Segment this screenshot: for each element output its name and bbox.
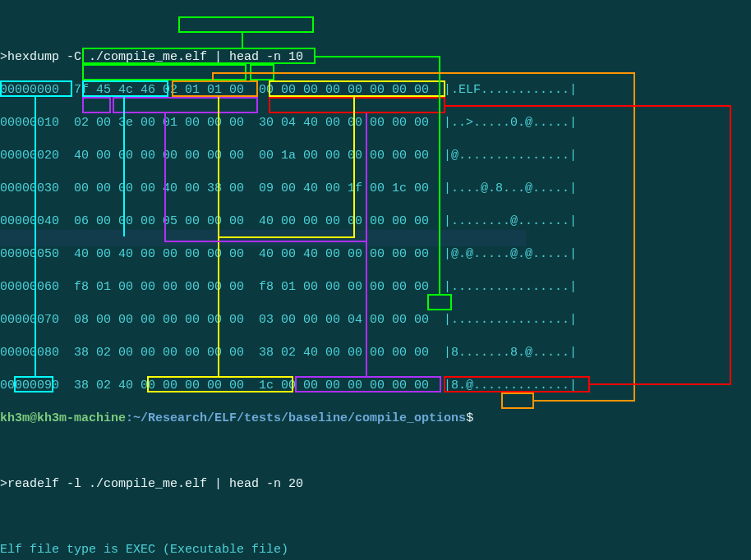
hexdump-row: 00000070 08 00 00 00 00 00 00 00 03 00 0… — [0, 312, 751, 328]
hexdump-row: 00000020 40 00 00 00 00 00 00 00 00 1a 0… — [0, 148, 751, 164]
elf-filetype: Elf file type is EXEC (Executable file) — [0, 542, 751, 558]
prompt-line[interactable]: kh3m@kh3m-machine:~/Research/ELF/tests/b… — [0, 411, 751, 427]
hexdump-row: 00000000 7f 45 4c 46 02 01 01 00 00 00 0… — [0, 82, 751, 99]
command-highlight — [0, 230, 526, 246]
hexdump-row: 00000010 02 00 3e 00 01 00 00 00 30 04 4… — [0, 115, 751, 131]
terminal-output: >hexdump -C ./compile_me.elf | head -n 1… — [0, 0, 751, 560]
prompt-sep: : — [126, 411, 133, 425]
prompt-dollar: $ — [466, 411, 473, 425]
prompt-user: kh3m@kh3m-machine — [0, 411, 126, 425]
hexdump-row: 00000040 06 00 00 00 05 00 00 00 40 00 0… — [0, 213, 751, 230]
hexdump-row: 00000060 f8 01 00 00 00 00 00 00 f8 01 0… — [0, 279, 751, 296]
prompt-path: ~/Research/ELF/tests/baseline/compile_op… — [133, 411, 466, 425]
hexdump-row: 00000080 38 02 00 00 00 00 00 00 38 02 4… — [0, 345, 751, 361]
hexdump-row: 00000090 38 02 40 00 00 00 00 00 1c 00 0… — [0, 378, 751, 394]
blank-line — [0, 509, 751, 526]
blank-line — [0, 443, 751, 460]
hexdump-row: 00000050 40 00 40 00 00 00 00 00 40 00 4… — [0, 246, 751, 263]
hexdump-row: 00000030 00 00 00 00 40 00 38 00 09 00 4… — [0, 181, 751, 197]
hexdump-command: >hexdump -C ./compile_me.elf | head -n 1… — [0, 49, 751, 66]
readelf-command: >readelf -l ./compile_me.elf | head -n 2… — [0, 476, 751, 493]
